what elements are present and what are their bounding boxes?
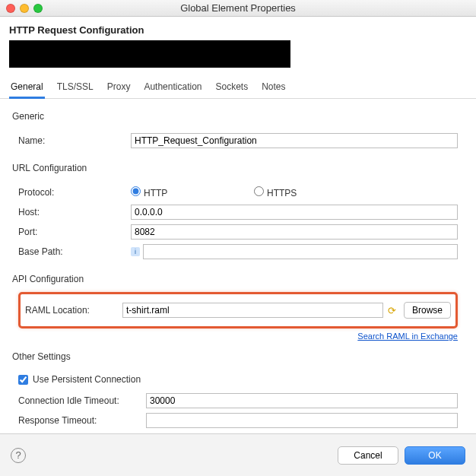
tab-notes[interactable]: Notes	[260, 77, 287, 98]
tab-content-general: Generic Name: URL Configuration Protocol…	[0, 99, 476, 446]
tab-general[interactable]: General	[9, 77, 45, 98]
raml-label: RAML Location:	[25, 305, 122, 316]
host-input[interactable]	[131, 205, 458, 220]
dialog-footer: ? Cancel OK	[0, 433, 476, 476]
resp-timeout-label: Response Timeout:	[18, 415, 146, 426]
section-generic-title: Generic	[12, 111, 464, 122]
minimize-icon[interactable]	[20, 4, 29, 13]
resp-timeout-input[interactable]	[146, 413, 458, 428]
tab-tlsssl[interactable]: TLS/SSL	[56, 77, 95, 98]
port-label: Port:	[18, 227, 131, 237]
section-other-title: Other Settings	[12, 351, 464, 362]
host-label: Host:	[18, 207, 131, 217]
basepath-input[interactable]	[143, 244, 458, 259]
help-icon[interactable]: ?	[11, 448, 26, 463]
persistent-label: Use Persistent Connection	[33, 374, 141, 385]
tab-sockets[interactable]: Sockets	[214, 77, 249, 98]
ok-button[interactable]: OK	[405, 446, 465, 465]
window-controls	[6, 4, 43, 13]
info-icon[interactable]: i	[131, 247, 140, 256]
window-title: Global Element Properties	[6, 2, 470, 14]
raml-row-highlight: RAML Location: ⟳ Browse	[18, 292, 458, 328]
conn-idle-input[interactable]	[146, 393, 458, 408]
page-title: HTTP Request Configuration	[9, 24, 467, 36]
cancel-button[interactable]: Cancel	[338, 446, 398, 465]
tab-proxy[interactable]: Proxy	[106, 77, 132, 98]
protocol-radios: HTTP HTTPS	[131, 186, 367, 198]
tab-bar: GeneralTLS/SSLProxyAuthenticationSockets…	[0, 74, 476, 99]
protocol-http[interactable]: HTTP	[131, 186, 243, 198]
dialog-header: HTTP Request Configuration	[0, 17, 476, 74]
protocol-https[interactable]: HTTPS	[254, 186, 367, 198]
tab-authentication[interactable]: Authentication	[142, 77, 203, 98]
section-url-title: URL Configuration	[12, 163, 464, 173]
zoom-icon[interactable]	[33, 4, 43, 13]
section-api-title: API Configuration	[12, 274, 464, 284]
raml-input[interactable]	[122, 303, 383, 318]
conn-idle-label: Connection Idle Timeout:	[18, 395, 146, 406]
persistent-checkbox[interactable]	[18, 375, 28, 385]
search-raml-link[interactable]: Search RAML in Exchange	[357, 332, 458, 341]
protocol-label: Protocol:	[18, 187, 131, 198]
header-description-redacted	[9, 40, 290, 68]
protocol-https-radio[interactable]	[254, 186, 264, 196]
protocol-http-radio[interactable]	[131, 186, 141, 196]
browse-button[interactable]: Browse	[404, 302, 451, 319]
refresh-icon[interactable]: ⟳	[388, 305, 396, 316]
name-input[interactable]	[131, 133, 458, 148]
close-icon[interactable]	[6, 4, 15, 13]
port-input[interactable]	[131, 224, 458, 240]
basepath-label: Base Path:	[18, 246, 131, 257]
name-label: Name:	[18, 135, 131, 146]
window-titlebar: Global Element Properties	[0, 0, 476, 17]
